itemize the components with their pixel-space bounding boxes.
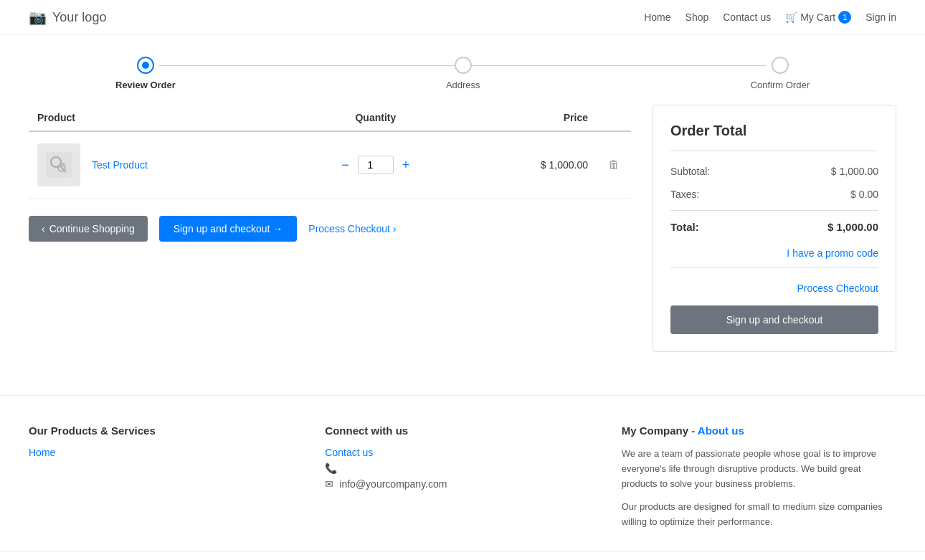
quantity-cell: − + — [285, 131, 468, 199]
subtotal-value: $ 1,000.00 — [831, 166, 878, 177]
total-label: Total: — [670, 221, 699, 233]
company-desc-2: Our products are designed for small to m… — [622, 500, 896, 530]
footer-products-col: Our Products & Services Home — [29, 424, 325, 530]
continue-shopping-button[interactable]: ‹ Continue Shopping — [29, 216, 148, 242]
col-quantity: Quantity — [285, 105, 468, 131]
nav-contact[interactable]: Contact us — [723, 11, 771, 23]
footer-company-title: My Company - About us — [622, 424, 896, 437]
table-row: Test Product − + $ 1,000.00 🗑 — [29, 131, 631, 199]
cart-section: Product Quantity Price — [29, 105, 631, 352]
cart-badge: 1 — [838, 11, 851, 24]
process-checkout-button[interactable]: Process Checkout › — [308, 223, 396, 234]
about-link[interactable]: About us — [698, 424, 744, 437]
step-address: Address — [446, 57, 480, 90]
qty-decrease-button[interactable]: − — [338, 158, 352, 171]
footer-contact-link[interactable]: Contact us — [325, 447, 599, 458]
logo-icon: 📷 — [29, 9, 47, 26]
total-row: Total: $ 1,000.00 — [670, 210, 878, 239]
phone-icon: 📞 — [325, 462, 337, 474]
panel-process-checkout-button[interactable]: Process Checkout — [670, 277, 878, 300]
step-circle-confirm — [772, 57, 789, 74]
step-confirm: Confirm Order — [751, 57, 810, 90]
footer-connect-col: Connect with us Contact us 📞 ✉ info@your… — [325, 424, 621, 530]
footer-bottom: Copyright © My Company Powered by Odoo ,… — [0, 551, 925, 560]
nav-shop[interactable]: Shop — [686, 11, 709, 23]
company-dash: - — [691, 424, 698, 437]
step-circle-address — [455, 57, 472, 74]
subtotal-label: Subtotal: — [670, 166, 710, 177]
step-label-review: Review Order — [115, 80, 176, 90]
step-label-address: Address — [446, 80, 480, 90]
order-divider-2 — [670, 267, 878, 268]
footer-company-col: My Company - About us We are a team of p… — [622, 424, 896, 530]
product-name-link[interactable]: Test Product — [92, 159, 148, 171]
qty-input[interactable] — [358, 156, 394, 174]
company-desc-1: We are a team of passionate people whose… — [622, 447, 896, 491]
product-image — [37, 143, 80, 186]
promo-code-link[interactable]: I have a promo code — [670, 247, 878, 259]
step-review: Review Order — [115, 57, 176, 90]
email-icon: ✉ — [325, 478, 333, 490]
taxes-value: $ 0.00 — [850, 189, 878, 200]
logo-text: Your logo — [52, 10, 106, 25]
product-cell: Test Product — [29, 131, 285, 199]
delete-cell: 🗑 — [597, 131, 631, 199]
total-value: $ 1,000.00 — [827, 221, 878, 233]
col-product: Product — [29, 105, 285, 131]
step-label-confirm: Confirm Order — [751, 80, 810, 90]
subtotal-row: Subtotal: $ 1,000.00 — [670, 160, 878, 183]
main-nav: Home Shop Contact us 🛒 My Cart 1 Sign in — [644, 11, 896, 24]
cart-table: Product Quantity Price — [29, 105, 631, 199]
checkout-stepper: Review Order Address Confirm Order — [0, 35, 925, 105]
price-cell: $ 1,000.00 — [467, 131, 597, 199]
taxes-row: Taxes: $ 0.00 — [670, 183, 878, 206]
cart-icon: 🛒 — [785, 11, 797, 23]
order-divider — [670, 151, 878, 151]
logo: 📷 Your logo — [29, 9, 106, 26]
nav-home[interactable]: Home — [644, 11, 670, 23]
col-price: Price — [467, 105, 597, 131]
nav-cart[interactable]: 🛒 My Cart 1 — [785, 11, 851, 24]
step-circle-review — [137, 57, 154, 74]
footer-top: Our Products & Services Home Connect wit… — [0, 395, 925, 551]
cart-label: My Cart — [800, 11, 835, 23]
footer-phone: 📞 — [325, 462, 599, 474]
footer-connect-title: Connect with us — [325, 424, 599, 437]
sign-up-checkout-button[interactable]: Sign up and checkout → — [159, 216, 298, 242]
taxes-label: Taxes: — [670, 189, 699, 200]
order-total-panel: Order Total Subtotal: $ 1,000.00 Taxes: … — [653, 105, 896, 352]
qty-increase-button[interactable]: + — [399, 158, 413, 171]
email-address: info@yourcompany.com — [339, 478, 447, 490]
cart-actions: ‹ Continue Shopping Sign up and checkout… — [29, 216, 631, 242]
footer-products-title: Our Products & Services — [29, 424, 303, 437]
order-total-title: Order Total — [670, 123, 878, 139]
footer-home-link[interactable]: Home — [29, 447, 303, 458]
footer-email: ✉ info@yourcompany.com — [325, 478, 599, 490]
stepper-steps: Review Order Address Confirm Order — [115, 57, 810, 90]
panel-sign-up-checkout-button[interactable]: Sign up and checkout — [670, 305, 878, 334]
site-header: 📷 Your logo Home Shop Contact us 🛒 My Ca… — [0, 0, 925, 35]
nav-signin[interactable]: Sign in — [865, 11, 896, 23]
main-content: Product Quantity Price — [0, 105, 925, 381]
delete-item-button[interactable]: 🗑 — [605, 158, 622, 171]
